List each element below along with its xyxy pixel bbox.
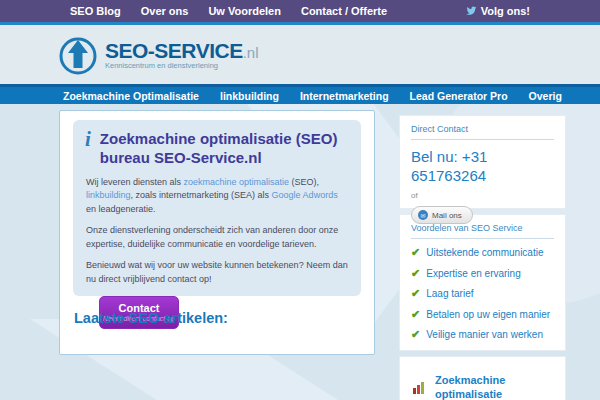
- list-item: ✔ Laag tarief: [411, 288, 554, 301]
- page-body: i Zoekmachine optimalisatie (SEO) bureau…: [0, 104, 600, 400]
- list-item: ✔ Betalen op uw eigen manier: [411, 309, 554, 322]
- latest-articles-heading: Laatste SEO artikelen:: [74, 310, 228, 326]
- direct-contact-card: Direct Contact Bel nu: +31 651763264 of …: [399, 115, 566, 209]
- checkmark-icon: ✔: [411, 247, 420, 260]
- main-content-box: i Zoekmachine optimalisatie (SEO) bureau…: [59, 110, 375, 355]
- list-item: ✔ Expertise en ervaring: [411, 268, 554, 281]
- or-label: of: [411, 191, 554, 200]
- nav-item-overig[interactable]: Overig: [529, 90, 562, 102]
- site-logo[interactable]: SEO-SERVICE.nl Kenniscentrum en dienstve…: [58, 34, 259, 76]
- seo-widget-link[interactable]: Zoekmachine optimalisatie: [411, 365, 554, 400]
- intro-paragraph-2: Onze dienstverlening onderscheidt zich v…: [86, 224, 350, 251]
- topbar-item-seo-blog[interactable]: SEO Blog: [70, 5, 121, 17]
- seo-widget-label: Zoekmachine optimalisatie: [435, 373, 530, 400]
- mail-us-button[interactable]: ✉ Mail ons: [411, 206, 473, 224]
- text: Wij leveren diensten als: [86, 177, 184, 187]
- checkmark-icon: ✔: [411, 309, 420, 322]
- text: (SEO),: [289, 177, 319, 187]
- list-item: ✔ Veilige manier van werken: [411, 329, 554, 342]
- nav-item-linkbuilding[interactable]: linkbuilding: [220, 90, 279, 102]
- intro-paragraph-1: Wij leveren diensten als zoekmachine opt…: [86, 176, 350, 217]
- mail-us-label: Mail ons: [432, 211, 462, 220]
- seo-service-homepage: SEO Blog Over ons Uw Voordelen Contact /…: [0, 0, 600, 400]
- benefit-label: Laag tarief: [426, 288, 473, 301]
- benefit-label: Veilige manier van werken: [426, 329, 543, 342]
- checkmark-icon: ✔: [411, 288, 420, 301]
- nav-item-zoekmachine-optimalisatie[interactable]: Zoekmachine Optimalisatie: [63, 90, 199, 102]
- follow-us-label: Volg ons!: [481, 5, 530, 17]
- link-zoekmachine-optimalisatie[interactable]: zoekmachine optimalisatie: [184, 177, 290, 187]
- benefits-title: Voordelen van SEO Service: [411, 223, 554, 239]
- top-menu-bar: SEO Blog Over ons Uw Voordelen Contact /…: [0, 0, 600, 22]
- topbar-item-contact-offerte[interactable]: Contact / Offerte: [301, 5, 387, 17]
- nav-item-internetmarketing[interactable]: Internetmarketing: [300, 90, 389, 102]
- info-icon: i: [85, 129, 91, 168]
- phone-number[interactable]: Bel nu: +31 651763264: [411, 148, 521, 186]
- list-item: ✔ Uitstekende communicatie: [411, 247, 554, 260]
- checkmark-icon: ✔: [411, 329, 420, 342]
- header: SEO-SERVICE.nl Kenniscentrum en dienstve…: [0, 25, 600, 84]
- benefit-label: Expertise en ervaring: [426, 268, 521, 281]
- logo-name: SEO-SERVICE: [105, 39, 243, 62]
- intro-panel: i Zoekmachine optimalisatie (SEO) bureau…: [73, 120, 361, 296]
- benefit-label: Betalen op uw eigen manier: [426, 309, 550, 322]
- intro-paragraph-3: Benieuwd wat wij voor uw website kunnen …: [86, 259, 350, 286]
- topbar-item-uw-voordelen[interactable]: Uw Voordelen: [208, 5, 281, 17]
- page-title: Zoekmachine optimalisatie (SEO) bureau S…: [100, 130, 340, 168]
- link-google-adwords[interactable]: Google Adwords: [272, 190, 338, 200]
- benefit-label: Uitstekende communicatie: [426, 247, 543, 260]
- main-navigation: Zoekmachine Optimalisatie linkbuilding I…: [0, 84, 600, 104]
- benefits-card: Voordelen van SEO Service ✔ Uitstekende …: [399, 214, 566, 351]
- twitter-bird-icon: [465, 6, 477, 16]
- logo-text: SEO-SERVICE.nl Kenniscentrum en dienstve…: [105, 39, 259, 70]
- checkmark-icon: ✔: [411, 268, 420, 281]
- mail-icon: ✉: [418, 210, 428, 220]
- direct-contact-title: Direct Contact: [411, 124, 554, 140]
- sidebar: Direct Contact Bel nu: +31 651763264 of …: [399, 115, 566, 400]
- topbar-item-over-ons[interactable]: Over ons: [141, 5, 189, 17]
- text: , zoals internetmarketing (SEA) als: [131, 190, 272, 200]
- logo-tld: .nl: [243, 44, 259, 61]
- arrow-up-circle-icon: [58, 34, 98, 76]
- follow-us-link[interactable]: Volg ons!: [465, 5, 530, 17]
- seo-widget-card: Zoekmachine optimalisatie: [399, 356, 566, 400]
- text: en leadgeneratie.: [86, 204, 156, 214]
- nav-item-lead-generator-pro[interactable]: Lead Generator Pro: [410, 90, 508, 102]
- bar-chart-icon: [413, 381, 424, 394]
- link-linkbuilding[interactable]: linkbuilding: [86, 190, 131, 200]
